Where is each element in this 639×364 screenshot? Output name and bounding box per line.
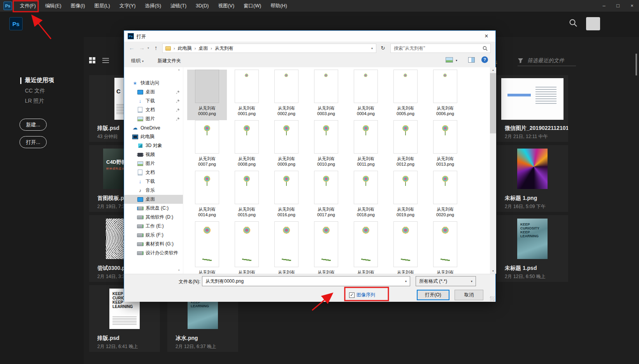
- file-item[interactable]: 从无到有: [267, 221, 306, 274]
- file-item[interactable]: 从无到有0012.png: [386, 120, 425, 171]
- dialog-sidebar-item[interactable]: OneDrive: [124, 123, 183, 132]
- sidebar-scroll-down-icon[interactable]: ▾: [178, 269, 180, 272]
- forward-button[interactable]: →: [139, 44, 145, 51]
- dialog-sidebar-item[interactable]: 图片: [124, 159, 183, 168]
- dialog-sidebar-item[interactable]: 桌面: [124, 195, 183, 204]
- organize-button[interactable]: 组织▾: [131, 58, 144, 64]
- dialog-sidebar-item[interactable]: 音乐: [124, 186, 183, 195]
- file-item[interactable]: 从无到有0006.png: [425, 70, 465, 120]
- sidebar-item-cc-files[interactable]: CC 文件: [25, 88, 45, 94]
- back-button[interactable]: ←: [129, 44, 135, 51]
- dialog-sidebar-item[interactable]: 图片: [124, 114, 183, 123]
- file-item[interactable]: 从无到有0011.png: [346, 120, 386, 171]
- dialog-titlebar[interactable]: [124, 31, 495, 42]
- dialog-sidebar-item[interactable]: 素材资料 (G:): [124, 240, 183, 248]
- sidebar-item-lr-photos[interactable]: LR 照片: [25, 98, 44, 105]
- menubar-item[interactable]: 选择(S): [140, 0, 166, 12]
- avatar[interactable]: [586, 17, 600, 30]
- file-item[interactable]: 从无到有0016.png: [267, 171, 306, 221]
- format-dropdown[interactable]: 所有格式 (*.*) ▾: [416, 276, 476, 286]
- view-mode-icon[interactable]: [446, 57, 453, 63]
- file-list-scrollbar[interactable]: ▴ ▾: [490, 67, 496, 274]
- file-item[interactable]: 从无到有: [187, 221, 227, 274]
- help-icon[interactable]: ?: [481, 56, 488, 63]
- dialog-sidebar-item[interactable]: 下载: [124, 177, 183, 186]
- breadcrumb-dropdown-icon[interactable]: ▾: [371, 47, 373, 50]
- menubar-item[interactable]: 3D(D): [191, 0, 213, 12]
- dialog-sidebar-item[interactable]: 快速访问: [124, 79, 183, 88]
- list-view-icon[interactable]: [102, 58, 109, 63]
- dialog-sidebar-item[interactable]: 设计办公类软件: [124, 248, 183, 257]
- file-item[interactable]: 从无到有: [227, 221, 267, 274]
- file-item[interactable]: 从无到有0020.png: [425, 171, 465, 221]
- new-button[interactable]: 新建...: [19, 119, 47, 131]
- file-item[interactable]: 从无到有0019.png: [386, 171, 425, 221]
- file-item[interactable]: 从无到有0015.png: [227, 171, 267, 221]
- file-item[interactable]: 从无到有0008.png: [227, 120, 267, 171]
- breadcrumb-item[interactable]: › 此电脑: [171, 45, 192, 52]
- dialog-sidebar-item[interactable]: 文档: [124, 168, 183, 177]
- dialog-sidebar-item[interactable]: 3D 对象: [124, 141, 183, 150]
- up-button[interactable]: ↑: [154, 44, 158, 51]
- menubar-item[interactable]: 文件(F): [15, 0, 40, 12]
- breadcrumb-item[interactable]: › 桌面: [192, 45, 208, 52]
- resize-grip[interactable]: [490, 296, 495, 301]
- recent-file-card[interactable]: 微信图片_20190221121012... 2月 21日, 12:11 中午: [497, 75, 568, 142]
- image-sequence-option[interactable]: ✓ 图像序列: [349, 292, 375, 298]
- image-sequence-checkbox[interactable]: ✓: [349, 292, 355, 298]
- open-button[interactable]: 打开...: [19, 136, 47, 148]
- chevron-down-icon[interactable]: ▾: [405, 280, 407, 283]
- dialog-sidebar-item[interactable]: 视频: [124, 150, 183, 159]
- dialog-sidebar-item[interactable]: 文档: [124, 105, 183, 114]
- menubar-item[interactable]: 滤镜(T): [166, 0, 191, 12]
- dialog-close-button[interactable]: ×: [481, 32, 492, 41]
- file-item[interactable]: 从无到有0000.png: [187, 70, 227, 120]
- file-item[interactable]: 从无到有: [386, 221, 425, 274]
- menubar-item[interactable]: 图层(L): [90, 0, 114, 12]
- dialog-sidebar-item[interactable]: 工作 (E:): [124, 222, 183, 231]
- dialog-sidebar-item[interactable]: 此电脑: [124, 132, 183, 141]
- file-item[interactable]: 从无到有0010.png: [306, 120, 346, 171]
- menubar-item[interactable]: 窗口(W): [239, 0, 266, 12]
- refresh-button[interactable]: ↻: [378, 44, 388, 53]
- view-mode-dropdown-icon[interactable]: ▾: [456, 59, 457, 62]
- recent-file-card[interactable]: 未标题 1.png 2月 16日, 5:09 下午: [497, 145, 568, 212]
- dialog-search-box[interactable]: 搜索"从无到有": [390, 44, 491, 53]
- scroll-up-icon[interactable]: ▴: [490, 67, 496, 73]
- menubar-item[interactable]: 文字(Y): [115, 0, 140, 12]
- file-item[interactable]: 从无到有0002.png: [267, 70, 306, 120]
- file-item[interactable]: 从无到有0001.png: [227, 70, 267, 120]
- file-item[interactable]: 从无到有0005.png: [386, 70, 425, 120]
- search-icon[interactable]: [569, 19, 578, 27]
- file-item[interactable]: 从无到有0018.png: [346, 171, 386, 221]
- file-item[interactable]: 从无到有0017.png: [306, 171, 346, 221]
- cancel-button[interactable]: 取消: [455, 290, 483, 300]
- window-control-button[interactable]: □: [611, 0, 625, 12]
- dialog-sidebar-item[interactable]: 桌面: [124, 88, 183, 96]
- scroll-down-icon[interactable]: ▾: [490, 268, 496, 274]
- window-control-button[interactable]: ×: [625, 0, 639, 12]
- menubar-item[interactable]: 视图(V): [213, 0, 239, 12]
- breadcrumb-item[interactable]: › 从无到有: [208, 45, 233, 52]
- sidebar-scroll-up-icon[interactable]: ▴: [178, 68, 180, 71]
- file-item[interactable]: 从无到有0014.png: [187, 171, 227, 221]
- menubar-item[interactable]: 图像(I): [66, 0, 90, 12]
- dialog-sidebar-item[interactable]: 其他软件 (D:): [124, 213, 183, 222]
- filename-input[interactable]: 从无到有0000.png ▾: [202, 276, 410, 286]
- file-item[interactable]: 从无到有0009.png: [267, 120, 306, 171]
- menubar-item[interactable]: 编辑(E): [40, 0, 66, 12]
- dialog-sidebar-item[interactable]: 娱乐 (F:): [124, 231, 183, 240]
- home-scrollbar[interactable]: [635, 54, 637, 75]
- new-folder-button[interactable]: 新建文件夹: [158, 58, 181, 64]
- file-item[interactable]: 从无到有0013.png: [425, 120, 465, 171]
- file-item[interactable]: 从无到有0007.png: [187, 120, 227, 171]
- file-item[interactable]: 从无到有: [306, 221, 346, 274]
- file-item[interactable]: 从无到有: [425, 221, 465, 274]
- grid-view-icon[interactable]: [89, 57, 95, 63]
- file-item[interactable]: 从无到有0004.png: [346, 70, 386, 120]
- dialog-sidebar-item[interactable]: 系统盘 (C:): [124, 204, 183, 213]
- scrollbar-thumb[interactable]: [490, 73, 496, 133]
- file-item[interactable]: 从无到有0003.png: [306, 70, 346, 120]
- file-item[interactable]: 从无到有: [346, 221, 386, 274]
- menubar-item[interactable]: 帮助(H): [266, 0, 291, 12]
